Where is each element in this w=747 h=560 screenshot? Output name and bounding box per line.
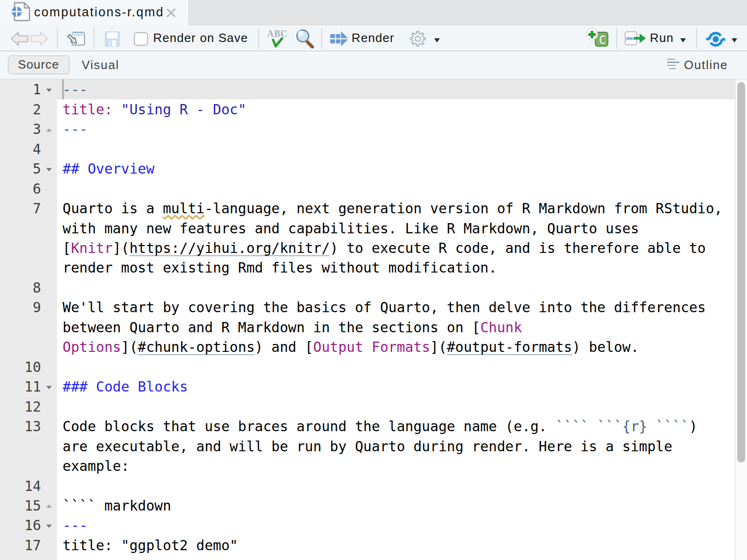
- fold-up-icon[interactable]: [46, 504, 52, 508]
- line-number: 8: [0, 278, 41, 298]
- line-number: 12: [0, 397, 41, 417]
- render-label: Render: [352, 25, 395, 50]
- run-icon: [634, 33, 646, 44]
- tab-bar: computations-r.qmd: [0, 0, 747, 25]
- render-on-save-checkbox[interactable]: [134, 32, 148, 46]
- code-line: between Quarto and R Markdown in the sec…: [63, 318, 522, 337]
- rerun-icon[interactable]: [705, 30, 726, 49]
- outline-bar: [669, 68, 676, 70]
- line-number: 9: [0, 298, 41, 317]
- line-number: 3: [0, 119, 41, 139]
- popout-window-icon[interactable]: [66, 29, 87, 49]
- code-line: ---: [63, 80, 88, 99]
- fold-up-icon[interactable]: [46, 128, 52, 132]
- tab-close-icon[interactable]: [166, 8, 176, 18]
- code-line: render most existing Rmd files without m…: [63, 258, 497, 278]
- line-number: 17: [0, 536, 41, 555]
- code-line: title: "ggplot2 demo": [63, 536, 238, 555]
- chunk-icon-letter: C: [599, 34, 606, 47]
- code-line: ```` markdown: [63, 496, 171, 516]
- code-line: Code blocks that use braces around the l…: [63, 417, 698, 436]
- code-line: ## Overview: [63, 159, 155, 179]
- outline-toggle[interactable]: Outline: [684, 52, 728, 79]
- code-line: are executable, and will be run by Quart…: [63, 437, 672, 456]
- line-number: 2: [0, 100, 41, 119]
- line-number: 7: [0, 199, 41, 218]
- visual-mode-button[interactable]: Visual: [82, 52, 120, 79]
- code-line: ---: [63, 516, 88, 535]
- outline-icon: [667, 59, 680, 70]
- code-line: ### Code Blocks: [63, 377, 188, 397]
- line-number: 4: [0, 140, 41, 159]
- forward-icon[interactable]: [30, 32, 48, 46]
- run-selection-dash: [627, 38, 628, 39]
- mode-bar: Source Visual Outline: [0, 52, 747, 80]
- code-line: We'll start by covering the basics of Qu…: [63, 298, 706, 317]
- source-mode-button[interactable]: Source: [8, 56, 70, 74]
- line-number: 13: [0, 417, 41, 436]
- line-number: 5: [0, 159, 41, 179]
- save-icon[interactable]: [105, 31, 120, 47]
- code-line: title: "Using R - Doc": [63, 100, 247, 119]
- rstudio-source-pane: computations-r.qmd Render on: [0, 0, 747, 560]
- toolbar-separator: [696, 28, 697, 49]
- toolbar-separator: [321, 28, 322, 49]
- run-selection-dash: [629, 38, 632, 39]
- search-icon[interactable]: [295, 28, 315, 49]
- editor-toolbar: Render on Save ABC Rend: [0, 25, 747, 51]
- run-button[interactable]: Run: [624, 25, 690, 50]
- toolbar-separator: [57, 28, 58, 49]
- code-editor[interactable]: 1234567891011121314151617 ---title: "Usi…: [0, 79, 747, 560]
- tab-title: computations-r.qmd: [34, 0, 164, 25]
- code-line: with many new features and capabilities.…: [63, 219, 639, 238]
- code-line: Quarto is a multi-language, next generat…: [63, 199, 723, 218]
- render-icon: [328, 30, 350, 47]
- rerun-options-caret-icon[interactable]: [732, 38, 737, 42]
- line-number: 11: [0, 377, 41, 397]
- editor-tab[interactable]: computations-r.qmd: [0, 0, 189, 25]
- code-line: ---: [63, 119, 88, 139]
- code-line: Options](#chunk-options) and [Output For…: [63, 337, 639, 357]
- toolbar-separator: [93, 28, 94, 49]
- gear-icon[interactable]: [409, 29, 427, 48]
- code-line: example:: [63, 456, 129, 476]
- spellcheck-icon[interactable]: ABC: [266, 25, 289, 49]
- text-cursor: [62, 79, 64, 99]
- render-on-save-label: Render on Save: [153, 25, 248, 50]
- scrollbar-thumb[interactable]: [737, 82, 745, 462]
- fold-down-icon[interactable]: [46, 168, 52, 171]
- code-line: [Knitr](https://yihui.org/knitr/) to exe…: [63, 238, 706, 258]
- render-options-caret-icon[interactable]: [434, 38, 440, 42]
- line-number: 16: [0, 516, 41, 535]
- line-number: 1: [0, 80, 41, 99]
- toolbar-separator: [616, 28, 617, 49]
- outline-bar: [667, 62, 679, 63]
- current-line-highlight: [0, 79, 735, 99]
- gutter: 1234567891011121314151617: [0, 79, 57, 560]
- line-number: 10: [0, 357, 41, 377]
- fold-down-icon[interactable]: [46, 386, 52, 389]
- outline-bar: [667, 65, 676, 66]
- plus-badge-vbar: [591, 31, 593, 38]
- vertical-scrollbar[interactable]: [735, 79, 747, 560]
- line-number: 14: [0, 476, 41, 496]
- line-number: 15: [0, 496, 41, 516]
- line-number: 6: [0, 179, 41, 199]
- toolbar-separator: [258, 28, 259, 49]
- render-button[interactable]: Render: [327, 25, 397, 50]
- fold-down-icon[interactable]: [46, 89, 52, 92]
- fold-down-icon[interactable]: [46, 525, 52, 528]
- run-label: Run: [650, 25, 674, 50]
- back-icon[interactable]: [11, 32, 28, 46]
- insert-chunk-button[interactable]: C: [585, 27, 611, 49]
- quarto-file-icon: [9, 1, 30, 21]
- outline-bar: [667, 59, 675, 60]
- run-options-caret-icon[interactable]: [680, 38, 686, 42]
